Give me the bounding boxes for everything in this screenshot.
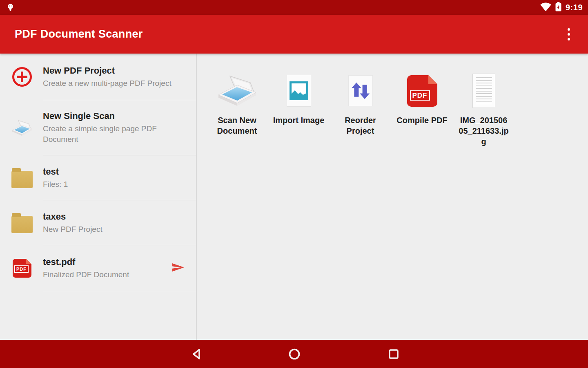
tile-image-file[interactable]: IMG_20150605_211633.jpg (453, 73, 514, 147)
list-item-title: test.pdf (43, 257, 129, 267)
send-icon[interactable] (171, 263, 185, 274)
scanner-icon (11, 118, 33, 138)
pdf-document-scanner-app: 9:19 PDF Document Scanner New PDF Projec… (0, 0, 588, 368)
notification-bulb-icon (7, 3, 13, 12)
page-title: PDF Document Scanner (15, 28, 143, 40)
list-item-title: New Single Scan (43, 111, 186, 121)
import-image-icon (287, 73, 311, 109)
compile-pdf-icon: PDF (407, 73, 437, 109)
reorder-arrows-icon (348, 73, 373, 109)
tile-label: Compile PDF (396, 115, 447, 126)
list-item-subtitle: Files: 1 (43, 179, 68, 190)
tile-compile-pdf[interactable]: PDF Compile PDF (391, 73, 453, 126)
tile-import-image[interactable]: Import Image (268, 73, 330, 126)
status-bar: 9:19 (0, 0, 588, 15)
sidebar-divider (196, 54, 197, 340)
list-item-subtitle: New PDF Project (43, 224, 102, 235)
list-item-title: taxes (43, 211, 102, 222)
recents-button[interactable] (387, 348, 400, 361)
list-item-subtitle: Finalized PDF Document (43, 269, 129, 280)
content-area: New PDF Project Create a new multi-page … (0, 54, 588, 340)
list-item-subtitle: Create a simple single page PDF Document (43, 123, 186, 145)
sidebar-item-new-single-scan[interactable]: New Single Scan Create a simple single p… (0, 100, 196, 155)
sidebar-item-folder-test[interactable]: test Files: 1 (0, 155, 196, 200)
add-circle-icon (11, 67, 33, 87)
list-item-title: test (43, 166, 68, 177)
sidebar: New PDF Project Create a new multi-page … (0, 54, 196, 340)
sidebar-item-new-pdf-project[interactable]: New PDF Project Create a new multi-page … (0, 54, 196, 100)
status-bar-right: 9:19 (540, 2, 583, 13)
sidebar-item-folder-taxes[interactable]: taxes New PDF Project (0, 200, 196, 245)
folder-icon (11, 168, 33, 188)
tile-scan-new-document[interactable]: Scan New Document (206, 73, 268, 136)
back-button[interactable] (190, 348, 203, 361)
tile-label: IMG_20150605_211633.jpg (458, 115, 510, 147)
tile-reorder-project[interactable]: Reorder Project (330, 73, 391, 136)
folder-icon (11, 213, 33, 233)
battery-charging-icon (555, 2, 562, 13)
kebab-menu-icon[interactable] (565, 25, 572, 44)
main-grid: Scan New Document Import Image (196, 54, 588, 340)
app-bar: PDF Document Scanner (0, 15, 588, 54)
tile-label: Scan New Document (212, 115, 263, 136)
tile-label: Reorder Project (335, 115, 386, 136)
list-item-subtitle: Create a new multi-page PDF Project (43, 78, 172, 89)
android-nav-bar (0, 340, 588, 368)
tile-label: Import Image (273, 115, 325, 126)
list-item-title: New PDF Project (43, 65, 172, 76)
home-button[interactable] (288, 348, 301, 361)
wifi-icon (540, 2, 551, 13)
status-bar-clock: 9:19 (566, 3, 583, 12)
scanner-icon (217, 73, 258, 109)
pdf-file-icon: PDF (11, 259, 33, 278)
document-thumbnail (472, 73, 495, 109)
sidebar-item-test-pdf[interactable]: PDF test.pdf Finalized PDF Document (0, 245, 196, 291)
